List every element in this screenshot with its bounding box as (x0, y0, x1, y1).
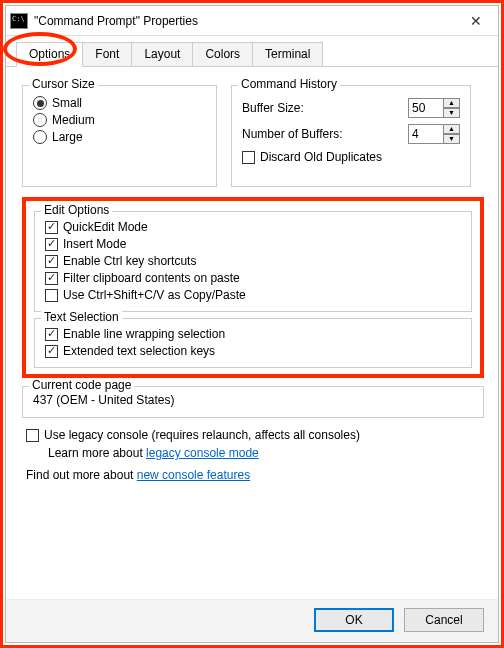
radio-icon (33, 113, 47, 127)
find-out-row: Find out more about new console features (26, 468, 484, 482)
titlebar: "Command Prompt" Properties ✕ (6, 6, 498, 36)
radio-small[interactable]: Small (33, 96, 206, 110)
legacy-console-link[interactable]: legacy console mode (146, 446, 259, 460)
checkbox-label: QuickEdit Mode (63, 220, 148, 234)
radio-medium[interactable]: Medium (33, 113, 206, 127)
legacy-console-checkbox[interactable]: Use legacy console (requires relaunch, a… (26, 428, 484, 442)
checkbox-label: Enable Ctrl key shortcuts (63, 254, 196, 268)
spinner-down-icon[interactable]: ▼ (444, 108, 460, 118)
spinner-up-icon[interactable]: ▲ (444, 98, 460, 108)
codepage-value: 437 (OEM - United States) (33, 393, 473, 407)
dialog-button-row: OK Cancel (6, 599, 498, 642)
tab-strip: Options Font Layout Colors Terminal (6, 36, 498, 67)
filter-clipboard-checkbox[interactable]: Filter clipboard contents on paste (45, 271, 461, 285)
window-title: "Command Prompt" Properties (34, 14, 458, 28)
text-selection-group: Text Selection Enable line wrapping sele… (34, 318, 472, 368)
checkbox-icon (45, 328, 58, 341)
close-icon[interactable]: ✕ (458, 8, 494, 34)
checkbox-icon (45, 255, 58, 268)
tab-options[interactable]: Options (16, 42, 83, 67)
num-buffers-label: Number of Buffers: (242, 127, 343, 141)
ok-button[interactable]: OK (314, 608, 394, 632)
checkbox-icon (45, 345, 58, 358)
radio-label: Small (52, 96, 82, 110)
line-wrapping-checkbox[interactable]: Enable line wrapping selection (45, 327, 461, 341)
checkbox-icon (45, 289, 58, 302)
radio-icon (33, 130, 47, 144)
checkbox-label: Insert Mode (63, 237, 126, 251)
buffer-size-spinner[interactable]: ▲ ▼ (408, 98, 460, 118)
radio-label: Medium (52, 113, 95, 127)
cancel-button[interactable]: Cancel (404, 608, 484, 632)
ctrl-shortcuts-checkbox[interactable]: Enable Ctrl key shortcuts (45, 254, 461, 268)
buffer-size-input[interactable] (408, 98, 444, 118)
radio-icon (33, 96, 47, 110)
checkbox-label: Discard Old Duplicates (260, 150, 382, 164)
checkbox-label: Use Ctrl+Shift+C/V as Copy/Paste (63, 288, 246, 302)
discard-duplicates-checkbox[interactable]: Discard Old Duplicates (242, 150, 460, 164)
radio-label: Large (52, 130, 83, 144)
text-selection-title: Text Selection (41, 310, 122, 324)
findout-prefix: Find out more about (26, 468, 137, 482)
annotation-highlight: Edit Options QuickEdit Mode Insert Mode … (22, 197, 484, 378)
num-buffers-input[interactable] (408, 124, 444, 144)
learn-prefix: Learn more about (48, 446, 146, 460)
tab-colors[interactable]: Colors (192, 42, 253, 66)
spinner-down-icon[interactable]: ▼ (444, 134, 460, 144)
tab-terminal[interactable]: Terminal (252, 42, 323, 66)
radio-large[interactable]: Large (33, 130, 206, 144)
checkbox-icon (45, 238, 58, 251)
new-console-features-link[interactable]: new console features (137, 468, 250, 482)
num-buffers-spinner[interactable]: ▲ ▼ (408, 124, 460, 144)
command-history-group: Command History Buffer Size: ▲ ▼ Number (231, 85, 471, 187)
checkbox-label: Enable line wrapping selection (63, 327, 225, 341)
tab-layout[interactable]: Layout (131, 42, 193, 66)
buffer-size-label: Buffer Size: (242, 101, 304, 115)
edit-options-group: Edit Options QuickEdit Mode Insert Mode … (34, 211, 472, 312)
cmd-icon (10, 13, 28, 29)
insert-mode-checkbox[interactable]: Insert Mode (45, 237, 461, 251)
cursor-size-group: Cursor Size Small Medium Large (22, 85, 217, 187)
tab-font[interactable]: Font (82, 42, 132, 66)
checkbox-icon (45, 221, 58, 234)
checkbox-label: Use legacy console (requires relaunch, a… (44, 428, 360, 442)
edit-options-title: Edit Options (41, 203, 112, 217)
learn-more-row: Learn more about legacy console mode (48, 446, 484, 460)
cursor-size-title: Cursor Size (29, 77, 98, 91)
spinner-up-icon[interactable]: ▲ (444, 124, 460, 134)
codepage-title: Current code page (29, 378, 134, 392)
checkbox-icon (45, 272, 58, 285)
quickedit-checkbox[interactable]: QuickEdit Mode (45, 220, 461, 234)
checkbox-label: Filter clipboard contents on paste (63, 271, 240, 285)
command-history-title: Command History (238, 77, 340, 91)
extended-keys-checkbox[interactable]: Extended text selection keys (45, 344, 461, 358)
codepage-group: Current code page 437 (OEM - United Stat… (22, 386, 484, 418)
ctrlshift-copypaste-checkbox[interactable]: Use Ctrl+Shift+C/V as Copy/Paste (45, 288, 461, 302)
checkbox-icon (26, 429, 39, 442)
checkbox-icon (242, 151, 255, 164)
checkbox-label: Extended text selection keys (63, 344, 215, 358)
